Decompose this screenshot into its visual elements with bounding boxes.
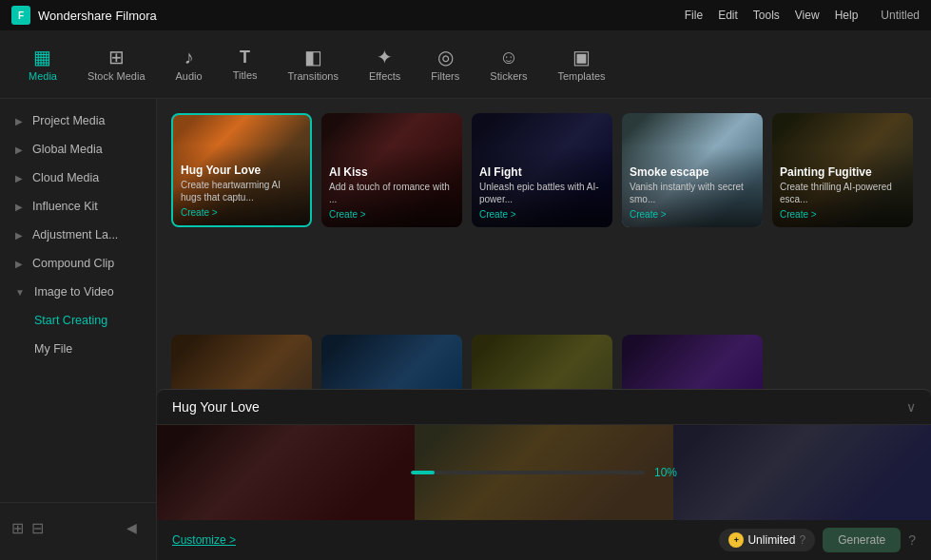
sidebar-item-start-creating[interactable]: Start Creating: [0, 306, 156, 335]
card-create-button[interactable]: Create >: [630, 209, 755, 220]
filters-icon: ◎: [437, 48, 454, 67]
tab-filters[interactable]: ◎ Filters: [417, 42, 473, 87]
tab-audio[interactable]: ♪ Audio: [163, 42, 216, 87]
media-card-painting-fugitive[interactable]: Painting Fugitive Create thrilling AI-po…: [772, 113, 913, 227]
card-desc: Vanish instantly with secret smo...: [630, 181, 755, 205]
card-desc: Add a touch of romance with ...: [329, 181, 455, 205]
sidebar-label-cloud-media: Cloud Media: [32, 171, 99, 184]
sidebar-item-cloud-media[interactable]: ▶ Cloud Media: [0, 164, 156, 192]
sidebar-item-compound-clip[interactable]: ▶ Compound Clip: [0, 249, 156, 278]
menu-view[interactable]: View: [795, 9, 820, 22]
effects-icon: ✦: [377, 48, 393, 67]
card-overlay: Painting Fugitive Create thrilling AI-po…: [772, 146, 913, 227]
media-card-ai-kiss[interactable]: AI Kiss Add a touch of romance with ... …: [321, 113, 462, 227]
media-card-ai-fight[interactable]: AI Fight Unleash epic battles with AI-po…: [472, 113, 612, 227]
unlimited-label: Unlimited: [747, 533, 795, 547]
sidebar-label-global-media: Global Media: [32, 143, 103, 156]
chevron-right-icon: ▶: [15, 116, 23, 126]
tab-media[interactable]: ▦ Media: [15, 42, 70, 87]
menu-help[interactable]: Help: [835, 9, 859, 22]
toolbar: ▦ Media ⊞ Stock Media ♪ Audio T Titles ◧…: [0, 30, 931, 99]
panel-img-bg-1: [157, 425, 415, 520]
card-overlay: Hug Your Love Create heartwarming AI hug…: [173, 145, 310, 225]
media-card-hug-your-love[interactable]: Hug Your Love Create heartwarming AI hug…: [171, 113, 312, 227]
sidebar-item-project-media[interactable]: ▶ Project Media: [0, 106, 156, 135]
unlimited-icon: +: [728, 532, 744, 548]
chevron-right-icon: ▶: [15, 145, 23, 155]
tab-transitions[interactable]: ◧ Transitions: [275, 42, 352, 87]
tab-templates[interactable]: ▣ Templates: [544, 42, 618, 87]
generate-panel: Hug Your Love ∨ 10%: [157, 389, 931, 560]
card-overlay: AI Kiss Add a touch of romance with ... …: [321, 146, 462, 227]
generate-panel-close-button[interactable]: ∨: [906, 399, 916, 415]
customize-link[interactable]: Customize >: [172, 533, 236, 547]
card-create-button[interactable]: Create >: [479, 209, 605, 220]
help-icon[interactable]: ?: [908, 532, 916, 548]
sidebar-label-adjustment-la: Adjustment La...: [32, 228, 118, 241]
chevron-right-icon: ▶: [15, 259, 23, 269]
sidebar-bottom: ⊞ ⊟ ◀: [0, 502, 156, 552]
tab-effects-label: Effects: [369, 70, 400, 82]
panel-img-bg-3: [673, 425, 931, 520]
sidebar-label-start-creating: Start Creating: [34, 314, 107, 327]
app-logo: F: [11, 6, 30, 25]
card-title: AI Kiss: [329, 165, 455, 179]
sidebar: ▶ Project Media ▶ Global Media ▶ Cloud M…: [0, 99, 157, 560]
add-folder-icon[interactable]: ⊞: [11, 519, 24, 537]
tab-stock-media-label: Stock Media: [87, 70, 145, 82]
unlimited-badge[interactable]: + Unlimited ?: [719, 529, 815, 551]
main-area: ▶ Project Media ▶ Global Media ▶ Cloud M…: [0, 99, 931, 560]
sidebar-item-my-file[interactable]: My File: [0, 335, 156, 363]
card-create-button[interactable]: Create >: [329, 209, 455, 220]
card-desc: Unleash epic battles with AI-power...: [479, 181, 605, 205]
generate-panel-body: 10%: [157, 425, 931, 520]
import-icon[interactable]: ⊟: [31, 519, 44, 537]
menu-file[interactable]: File: [685, 9, 703, 22]
generate-panel-footer: Customize > + Unlimited ? Generate ?: [157, 520, 931, 560]
media-card-smoke-escape[interactable]: Smoke escape Vanish instantly with secre…: [622, 113, 763, 227]
card-desc: Create thrilling AI-powered esca...: [780, 181, 905, 205]
templates-icon: ▣: [572, 48, 591, 67]
card-create-button[interactable]: Create >: [780, 209, 905, 220]
card-create-button[interactable]: Create >: [181, 207, 302, 218]
generate-button[interactable]: Generate: [823, 528, 901, 552]
stickers-icon: ☺: [499, 48, 518, 67]
sidebar-item-adjustment-la[interactable]: ▶ Adjustment La...: [0, 221, 156, 249]
card-title: Painting Fugitive: [780, 165, 905, 179]
footer-right: + Unlimited ? Generate ?: [719, 528, 916, 552]
tab-media-label: Media: [29, 70, 57, 82]
unlimited-help-icon: ?: [799, 533, 805, 547]
sidebar-item-influence-kit[interactable]: ▶ Influence Kit: [0, 192, 156, 221]
progress-bar-fill: [411, 471, 435, 474]
sidebar-label-my-file: My File: [34, 342, 72, 356]
sidebar-item-image-to-video[interactable]: ▼ Image to Video: [0, 278, 156, 306]
card-title: Smoke escape: [630, 165, 755, 179]
sidebar-bottom-icons: ⊞ ⊟ ◀: [0, 511, 156, 545]
tab-titles[interactable]: T Titles: [220, 43, 271, 87]
card-title: AI Fight: [479, 165, 605, 179]
sidebar-label-influence-kit: Influence Kit: [32, 200, 98, 213]
card-desc: Create heartwarming AI hugs that captu..…: [181, 179, 302, 203]
card-overlay: Smoke escape Vanish instantly with secre…: [622, 146, 763, 227]
sidebar-item-global-media[interactable]: ▶ Global Media: [0, 135, 156, 164]
card-title: Hug Your Love: [181, 164, 302, 177]
sidebar-collapse-button[interactable]: ◀: [119, 516, 145, 539]
progress-overlay: 10%: [411, 466, 677, 479]
sidebar-label-compound-clip: Compound Clip: [32, 257, 114, 270]
tab-stickers[interactable]: ☺ Stickers: [476, 42, 540, 87]
tab-stock-media[interactable]: ⊞ Stock Media: [74, 42, 159, 87]
tab-effects[interactable]: ✦ Effects: [356, 42, 414, 87]
content-area: Hug Your Love Create heartwarming AI hug…: [157, 99, 931, 560]
generate-panel-title: Hug Your Love: [172, 399, 906, 415]
menu-edit[interactable]: Edit: [718, 9, 738, 22]
title-bar: F Wondershare Filmora File Edit Tools Vi…: [0, 0, 931, 30]
chevron-right-icon: ▶: [15, 202, 23, 212]
stock-media-icon: ⊞: [108, 48, 125, 67]
chevron-right-icon: ▶: [15, 173, 23, 183]
tab-templates-label: Templates: [557, 70, 605, 82]
tab-stickers-label: Stickers: [490, 70, 527, 82]
chevron-down-icon: ▼: [15, 287, 25, 298]
document-title: Untitled: [881, 9, 920, 22]
menu-tools[interactable]: Tools: [753, 9, 780, 22]
tab-filters-label: Filters: [431, 70, 459, 82]
